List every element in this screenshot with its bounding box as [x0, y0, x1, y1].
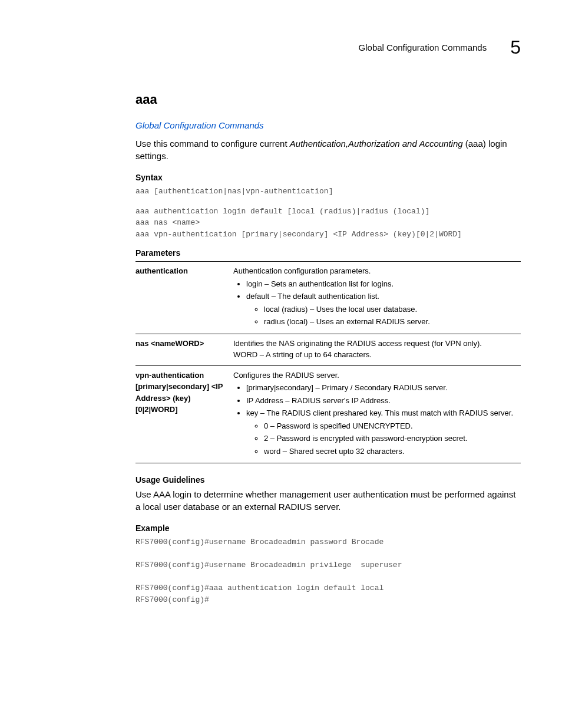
sub-bullet-list: local (radius) – Uses the local user dat… [246, 304, 517, 328]
param-desc-line: Identifies the NAS originating the RADIU… [233, 338, 517, 350]
list-item: key – The RADIUS client preshared key. T… [246, 407, 517, 457]
list-item: 2 – Password is encrypted with password-… [264, 433, 517, 444]
chapter-number: 5 [510, 38, 521, 57]
table-row: nas <nameWORD> Identifies the NAS origin… [135, 334, 521, 365]
section-title: aaa [135, 92, 521, 107]
param-desc-line: WORD – A strting of up to 64 characters. [233, 349, 517, 361]
syntax-block-2: aaa authentication login default [local … [135, 206, 521, 241]
param-desc-text: Configures the RADIUS server. [233, 371, 339, 380]
parameters-heading: Parameters [135, 248, 521, 258]
usage-text: Use AAA login to determine whether manag… [135, 488, 521, 513]
content-area: aaa Global Configuration Commands Use th… [135, 92, 521, 605]
intro-prefix: Use this command to configure current [135, 139, 287, 149]
list-item: [primary|secondary] – Primary / Secondar… [246, 382, 517, 394]
page-header: Global Configuration Commands 5 [41, 38, 521, 57]
example-code: RFS7000(config)#username Brocadeadmin pa… [135, 536, 521, 605]
list-item: word – Shared secret upto 32 characters. [264, 446, 517, 457]
list-item-text: default – The default authentication lis… [246, 292, 379, 301]
param-term: nas <nameWORD> [135, 334, 233, 365]
bullet-list: [primary|secondary] – Primary / Secondar… [233, 382, 517, 457]
intro-paragraph: Use this command to configure current Au… [135, 137, 521, 162]
list-item-text: key – The RADIUS client preshared key. T… [246, 409, 513, 417]
syntax-heading: Syntax [135, 173, 521, 182]
param-term: vpn-authentication [primary|secondary] <… [135, 365, 233, 463]
list-item: radius (local) – Uses an external RADIUS… [264, 316, 517, 328]
list-item: IP Address – RADIUS server's IP Address. [246, 395, 517, 407]
list-item: login – Sets an authentication list for … [246, 278, 517, 290]
page: Global Configuration Commands 5 aaa Glob… [0, 0, 562, 728]
param-desc-text: Authentication configuration parameters. [233, 266, 371, 275]
table-row: authentication Authentication configurat… [135, 262, 521, 334]
example-heading: Example [135, 523, 521, 533]
list-item: 0 – Password is specified UNENCRYPTED. [264, 420, 517, 432]
param-term: authentication [135, 262, 233, 334]
param-desc: Configures the RADIUS server. [primary|s… [233, 365, 521, 463]
bullet-list: login – Sets an authentication list for … [233, 278, 517, 328]
running-title: Global Configuration Commands [359, 42, 487, 52]
sub-bullet-list: 0 – Password is specified UNENCRYPTED. 2… [246, 420, 517, 457]
usage-heading: Usage Guidelines [135, 475, 521, 485]
table-row: vpn-authentication [primary|secondary] <… [135, 365, 521, 463]
breadcrumb-link[interactable]: Global Configuration Commands [135, 120, 264, 130]
parameters-table: authentication Authentication configurat… [135, 261, 521, 463]
param-desc: Identifies the NAS originating the RADIU… [233, 334, 521, 365]
intro-emphasis: Authentication,Authorization and Account… [290, 139, 463, 149]
list-item: local (radius) – Uses the local user dat… [264, 304, 517, 315]
list-item: default – The default authentication lis… [246, 291, 517, 328]
param-desc: Authentication configuration parameters.… [233, 262, 521, 334]
syntax-block-1: aaa [authentication|nas|vpn-authenticati… [135, 186, 521, 197]
